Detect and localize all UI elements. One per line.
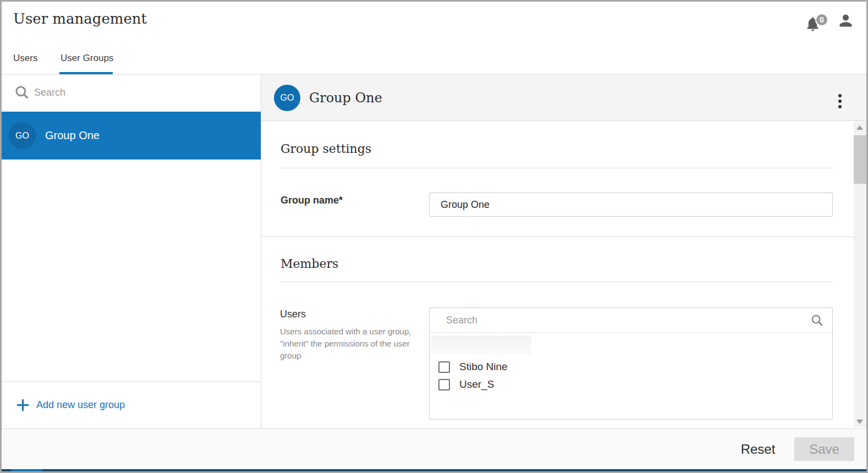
add-user-group-label: Add new user group xyxy=(36,382,125,428)
members-search-row xyxy=(430,308,832,333)
users-field-description: Users associated with a user group, "inh… xyxy=(280,326,417,362)
kebab-dot xyxy=(838,105,842,108)
scrollbar-up-arrow[interactable] xyxy=(854,122,866,133)
group-list-item-selected[interactable]: GO Group One xyxy=(2,112,261,160)
group-detail-avatar: GO xyxy=(274,85,300,111)
kebab-dot xyxy=(838,94,842,97)
group-name: Group One xyxy=(45,112,100,160)
group-detail-title: Group One xyxy=(309,75,382,121)
members-rule xyxy=(280,282,834,282)
window-frame-left xyxy=(0,0,2,473)
reset-button[interactable]: Reset xyxy=(728,429,788,470)
tab-user-groups[interactable]: User Groups xyxy=(61,53,113,64)
members-heading: Members xyxy=(281,257,338,271)
status-bar-progress xyxy=(11,469,42,471)
members-search-input[interactable] xyxy=(446,311,798,329)
panel-scrollbar[interactable] xyxy=(854,122,866,427)
section-separator xyxy=(261,237,854,237)
loading-placeholder xyxy=(431,336,531,355)
add-user-group-button[interactable]: Add new user group xyxy=(2,382,261,428)
user-management-window: User management 0 Users User Groups GO G… xyxy=(0,0,868,473)
save-button[interactable]: Save xyxy=(794,437,854,461)
users-field-label: Users xyxy=(280,309,306,320)
sidebar-search-icon xyxy=(15,86,28,98)
user-name: Stibo Nine xyxy=(459,361,508,373)
person-icon xyxy=(837,12,855,30)
user-name: User_S xyxy=(459,378,494,391)
tab-users[interactable]: Users xyxy=(13,53,37,64)
group-name-label: Group name* xyxy=(281,195,343,206)
plus-icon xyxy=(16,398,30,412)
checkbox-stibo-nine[interactable] xyxy=(438,361,450,373)
page-title: User management xyxy=(13,10,147,27)
members-user-list: Stibo Nine User_S xyxy=(429,307,833,420)
group-settings-heading: Group settings xyxy=(281,142,371,156)
group-settings-rule xyxy=(280,168,834,168)
window-frame-top xyxy=(0,0,868,2)
group-name-input[interactable] xyxy=(429,193,833,217)
members-search-icon xyxy=(811,315,823,326)
group-detail-header: GO Group One xyxy=(261,75,866,121)
more-options-button[interactable] xyxy=(832,90,848,112)
user-account-button[interactable] xyxy=(837,12,855,30)
notification-count-badge: 0 xyxy=(815,13,828,26)
checkbox-user-s[interactable] xyxy=(438,379,450,391)
kebab-dot xyxy=(838,100,842,103)
scrollbar-down-arrow[interactable] xyxy=(854,416,866,427)
action-bar: Reset Save xyxy=(2,428,866,469)
group-avatar: GO xyxy=(9,122,36,149)
sidebar-search-input[interactable] xyxy=(34,84,249,101)
scrollbar-thumb[interactable] xyxy=(854,135,866,184)
